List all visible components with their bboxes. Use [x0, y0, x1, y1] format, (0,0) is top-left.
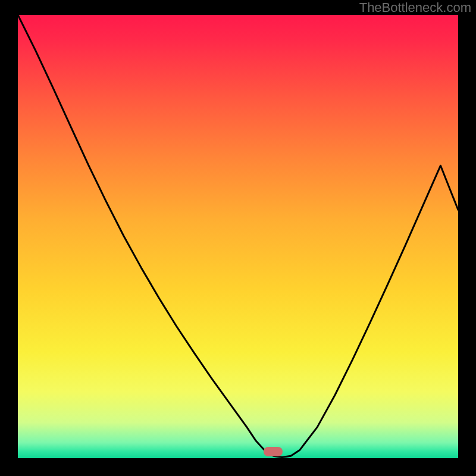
watermark-text: TheBottleneck.com [359, 0, 471, 15]
optimum-marker [264, 447, 283, 456]
chart-background [18, 15, 458, 458]
chart-container: TheBottleneck.com [0, 0, 476, 476]
chart-plot [18, 15, 458, 458]
